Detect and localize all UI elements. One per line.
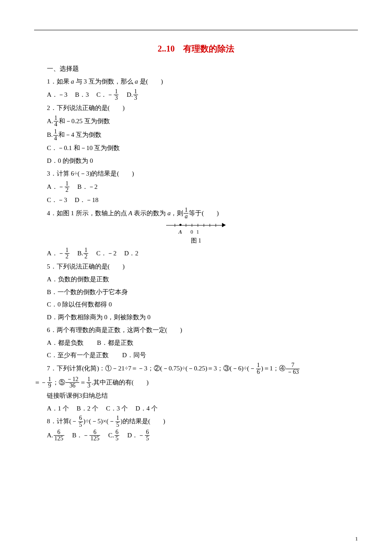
q8-stem: 8．计算(－65)÷(－5)×(－15)的结果是( )	[34, 415, 358, 428]
q5-opt-c: C．0 除以任何数都得 0	[34, 299, 358, 311]
num: 1	[84, 247, 88, 254]
num: 1	[114, 89, 118, 95]
frac: 14	[54, 115, 58, 128]
page-number: 1	[355, 535, 358, 542]
page-title: 2..10 有理数的除法	[34, 43, 358, 55]
text: 与 3 互为倒数，那么	[74, 78, 135, 85]
q1-stem: 1．如果 a 与 3 互为倒数，那么 a 是( )	[34, 76, 358, 88]
label: A.	[47, 117, 53, 124]
den: 5	[115, 422, 120, 428]
axis-label-1: 1	[196, 227, 199, 237]
frac: 12	[65, 247, 69, 260]
opt-d: D．－18	[75, 197, 98, 203]
text: 4．如图 1 所示，数轴上的点	[47, 209, 128, 216]
text: ＝	[80, 379, 86, 385]
num: 1	[54, 115, 58, 121]
opt-a: A．1 个	[47, 405, 69, 412]
opt-c: C．3 个	[106, 405, 128, 412]
den: 125	[54, 435, 64, 442]
opt-d: D．同号	[122, 352, 146, 358]
opt-d: D．4 个	[135, 405, 158, 412]
frac: 7－63	[286, 362, 300, 375]
frac: 19	[47, 376, 52, 389]
q2-opt-b: B.14和－4 互为倒数	[34, 129, 358, 142]
frac: 12	[84, 247, 88, 260]
number-line-icon: A 0 1	[166, 222, 226, 229]
opt-c: C.	[108, 431, 114, 438]
axis-label-a: A	[179, 227, 182, 237]
den: 6	[256, 369, 261, 376]
opt-b: B．3	[75, 91, 89, 98]
text: )＝1；④	[261, 365, 286, 372]
num: 1	[115, 415, 120, 422]
q7-link: 链接听课例3归纳总结	[34, 390, 358, 402]
den: 3	[133, 95, 138, 101]
den: 3	[86, 382, 91, 389]
frac: 65	[145, 429, 150, 442]
text: )的结果是( )	[121, 418, 165, 425]
frac: 12	[65, 181, 69, 194]
den: 4	[53, 135, 58, 142]
num: 1	[53, 129, 58, 135]
q2-stem: 2．下列说法正确的是( )	[34, 102, 358, 114]
den: 9	[47, 382, 52, 389]
opt-b: B．－2	[78, 183, 98, 190]
axis-label-0: 0	[190, 227, 193, 237]
frac: 6125	[54, 429, 64, 442]
opt-c: C．－	[96, 91, 113, 98]
q7-stem-line2: ＝－19；⑤－1236＝13.其中正确的有( )	[34, 376, 358, 389]
q5-opt-d: D．两个数相除商为 0，则被除数为 0	[34, 312, 358, 324]
label: B.	[47, 131, 53, 138]
num: 1	[86, 376, 91, 383]
num: 6	[145, 429, 150, 436]
q4-options: A．－12 B.12 C．－2 D．2	[34, 247, 358, 260]
text: 是( )	[138, 78, 163, 85]
text: 等于( )	[189, 209, 219, 216]
frac: 65	[115, 429, 119, 442]
text: ；⑤	[52, 379, 65, 385]
section-heading: 一、选择题	[34, 63, 358, 75]
text: 和－0.25 互为倒数	[59, 117, 110, 124]
q5-opt-b: B．一个数的倒数小于它本身	[34, 286, 358, 298]
opt-c: C．－2	[96, 249, 117, 256]
num: 6	[54, 429, 64, 436]
q7-options: A．1 个 B．2 个 C．3 个 D．4 个	[34, 403, 358, 415]
opt-a: A.	[47, 431, 53, 438]
num: 1	[65, 181, 69, 187]
frac: 16	[256, 362, 261, 375]
num: 1	[47, 376, 52, 383]
q8-options: A.6125 B．－6125 C.65 D．－65	[34, 429, 358, 442]
q2-opt-c: C．－0.1 和－10 互为倒数	[34, 142, 358, 154]
num: 1	[184, 207, 188, 214]
opt-b: B．2 个	[77, 405, 98, 412]
den: 36	[66, 382, 79, 389]
frac: 14	[53, 129, 58, 142]
q3-stem: 3．计算 6÷(－3)的结果是( )	[34, 168, 358, 180]
text: 7．下列计算(化简)：①－21÷7＝－3；②(－0.75)÷(－0.25)＝3；…	[47, 365, 256, 372]
text: 8．计算(－	[47, 418, 78, 425]
num: 1	[256, 362, 261, 369]
q5-stem: 5．下列说法正确的是( )	[34, 261, 358, 273]
den: 3	[114, 95, 118, 101]
var-a: a	[135, 78, 138, 85]
den: 5	[115, 435, 119, 442]
q1-options: A．－3 B．3 C．－13 D.13	[34, 89, 358, 101]
frac: 15	[115, 415, 120, 428]
text: 1．如果	[47, 78, 71, 85]
text: ，则	[170, 209, 183, 216]
q6-opts-row1: A．都是负数 B．都是正数	[34, 337, 358, 349]
frac: 65	[78, 415, 83, 428]
opt-b: B．－	[72, 431, 89, 438]
text: )÷(－5)×(－	[84, 418, 115, 425]
var-a: a	[71, 78, 74, 85]
q6-stem: 6．两个有理数的商是正数，这两个数一定( )	[34, 324, 358, 336]
opt-a: A．都是负数	[47, 339, 84, 346]
text: .其中正确的有( )	[92, 379, 149, 385]
num: 6	[89, 429, 100, 436]
den: －63	[286, 369, 300, 376]
den: 2	[84, 253, 88, 260]
q6-opts-row2: C．至少有一个是正数 D．同号	[34, 350, 358, 361]
opt-d: D．－	[127, 431, 145, 438]
opt-c: C．－3	[47, 197, 67, 203]
num: －12	[66, 376, 79, 383]
